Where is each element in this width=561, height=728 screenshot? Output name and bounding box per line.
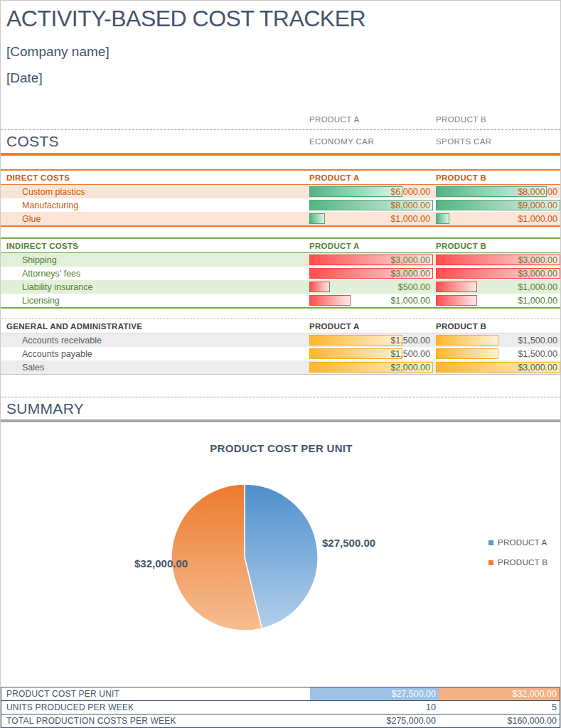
table-row: Accounts receivable $1,500.00 $1,500.00 (1, 333, 560, 347)
direct-costs-header-row: DIRECT COSTS PRODUCT A PRODUCT B (1, 171, 560, 185)
summary-row-label: PRODUCT COST PER UNIT (1, 689, 310, 699)
cost-value: $8,000.00 (518, 187, 557, 197)
pie-chart (166, 479, 323, 636)
legend-label: PRODUCT A (498, 538, 547, 547)
cost-cell-b[interactable]: $8,000.00 (436, 185, 560, 198)
chart-legend: PRODUCT A PRODUCT B (488, 537, 547, 577)
summary-cell-a[interactable]: $27,500.00 (310, 687, 439, 700)
chart-title: PRODUCT COST PER UNIT (1, 442, 561, 454)
summary-table: PRODUCT COST PER UNIT $27,500.00 $32,000… (1, 687, 560, 728)
summary-section-header: SUMMARY (1, 397, 560, 422)
indirect-col-a-label: PRODUCT A (309, 242, 433, 250)
indirect-costs-table: INDIRECT COSTS PRODUCT A PRODUCT B Shipp… (1, 237, 560, 309)
cost-cell-a[interactable]: $2,000.00 (309, 360, 433, 374)
table-row: Liability insurance $500.00 $1,000.00 (1, 280, 560, 294)
legend-swatch-blue (488, 540, 493, 545)
cost-cell-a[interactable]: $1,000.00 (309, 294, 433, 307)
cost-cell-b[interactable]: $1,500.00 (436, 347, 560, 360)
summary-cell-b[interactable]: $160,000.00 (439, 714, 560, 727)
data-bar (309, 335, 402, 346)
product-a-subtitle: ECONOMY CAR (309, 137, 433, 146)
cost-cell-b[interactable]: $1,500.00 (436, 333, 560, 347)
cost-value: $1,500.00 (518, 349, 557, 359)
summary-row-label: TOTAL PRODUCTION COSTS PER WEEK (1, 716, 310, 726)
cost-cell-b[interactable]: $3,000.00 (436, 360, 560, 374)
cost-value: $3,000.00 (518, 255, 557, 265)
indirect-col-b-label: PRODUCT B (436, 242, 560, 250)
data-bar (309, 186, 402, 197)
general-admin-table: GENERAL AND ADMINISTRATIVE PRODUCT A PRO… (1, 318, 560, 375)
page: ACTIVITY-BASED COST TRACKER [Company nam… (0, 0, 561, 728)
cost-cell-a[interactable]: $3,000.00 (309, 253, 433, 267)
data-bar (309, 282, 330, 292)
cost-cell-b[interactable]: $1,000.00 (436, 280, 560, 294)
summary-cell-b[interactable]: 5 (439, 701, 560, 714)
cost-value: $500.00 (398, 282, 430, 292)
cost-cell-b[interactable]: $3,000.00 (436, 267, 560, 280)
costs-section-header: COSTS ECONOMY CAR SPORTS CAR (1, 129, 560, 156)
data-bar (436, 335, 498, 346)
page-title: ACTIVITY-BASED COST TRACKER (6, 5, 560, 32)
legend-label: PRODUCT B (498, 558, 547, 567)
cost-value: $1,000.00 (518, 214, 557, 224)
pie-data-label-b: $32,000.00 (134, 557, 188, 569)
general-col-a-label: PRODUCT A (309, 322, 433, 331)
legend-item-product-b: PRODUCT B (488, 557, 547, 568)
intro-product-a-label: PRODUCT A (309, 115, 433, 124)
table-row: Shipping $3,000.00 $3,000.00 (1, 253, 560, 267)
pie-data-label-a: $27,500.00 (322, 537, 375, 549)
indirect-costs-title: INDIRECT COSTS (1, 242, 309, 250)
cost-cell-a[interactable]: $6,000.00 (309, 185, 433, 198)
table-row: Attorneys' fees $3,000.00 $3,000.00 (1, 267, 560, 280)
general-admin-title: GENERAL AND ADMINISTRATIVE (1, 322, 309, 331)
cost-cell-b[interactable]: $3,000.00 (436, 253, 560, 267)
table-row: Custom plastics $6,000.00 $8,000.00 (1, 185, 560, 198)
general-admin-header-row: GENERAL AND ADMINISTRATIVE PRODUCT A PRO… (1, 319, 560, 333)
data-bar (436, 282, 477, 292)
cost-cell-b[interactable]: $1,000.00 (436, 212, 560, 225)
cost-cell-b[interactable]: $1,000.00 (436, 294, 560, 307)
cost-row-label: Sales (1, 363, 309, 373)
legend-swatch-orange (488, 560, 493, 565)
cost-cell-a[interactable]: $500.00 (309, 280, 433, 294)
cost-row-label: Licensing (1, 296, 309, 306)
cost-row-label: Shipping (1, 255, 309, 265)
table-row: Accounts payable $1,500.00 $1,500.00 (1, 347, 560, 360)
table-row: Glue $1,000.00 $1,000.00 (1, 212, 560, 225)
data-bar (309, 213, 325, 224)
cost-cell-a[interactable]: $1,000.00 (309, 212, 433, 225)
cost-cell-a[interactable]: $1,500.00 (309, 347, 433, 360)
cost-row-label: Liability insurance (1, 282, 309, 292)
cost-value: $1,000.00 (390, 296, 430, 306)
cost-value: $3,000.00 (390, 255, 430, 265)
direct-col-b-label: PRODUCT B (436, 173, 560, 182)
cost-value: $1,000.00 (518, 296, 557, 306)
cost-value: $1,000.00 (518, 282, 557, 292)
cost-cell-b[interactable]: $9,000.00 (436, 198, 560, 212)
cost-value: $6,000.00 (390, 187, 430, 197)
company-name-field[interactable]: [Company name] (6, 43, 560, 60)
cost-value: $1,000.00 (390, 214, 430, 224)
summary-cell-b[interactable]: $32,000.00 (439, 687, 560, 700)
summary-cell-a[interactable]: 10 (310, 701, 439, 714)
indirect-costs-header-row: INDIRECT COSTS PRODUCT A PRODUCT B (1, 239, 560, 253)
cost-cell-a[interactable]: $1,500.00 (309, 333, 433, 347)
cost-cell-a[interactable]: $3,000.00 (309, 267, 433, 280)
table-row: Sales $2,000.00 $3,000.00 (1, 360, 560, 374)
data-bar (436, 295, 477, 306)
data-bar (309, 348, 402, 359)
cost-row-label: Accounts payable (1, 349, 309, 359)
chart-region: PRODUCT COST PER UNIT $27,500.00 $32,000… (1, 422, 560, 687)
summary-cell-a[interactable]: $275,000.00 (310, 714, 439, 727)
direct-col-a-label: PRODUCT A (309, 173, 433, 182)
cost-cell-a[interactable]: $8,000.00 (309, 198, 433, 212)
cost-value: $1,500.00 (390, 349, 430, 359)
table-row: UNITS PRODUCED PER WEEK 10 5 (1, 701, 560, 714)
intro-product-b-label: PRODUCT B (436, 115, 560, 124)
cost-value: $3,000.00 (390, 269, 430, 279)
date-field[interactable]: [Date] (6, 70, 560, 87)
data-bar (436, 348, 498, 359)
table-row: TOTAL PRODUCTION COSTS PER WEEK $275,000… (1, 714, 560, 727)
cost-value: $3,000.00 (518, 269, 557, 279)
cost-value: $8,000.00 (390, 200, 430, 210)
